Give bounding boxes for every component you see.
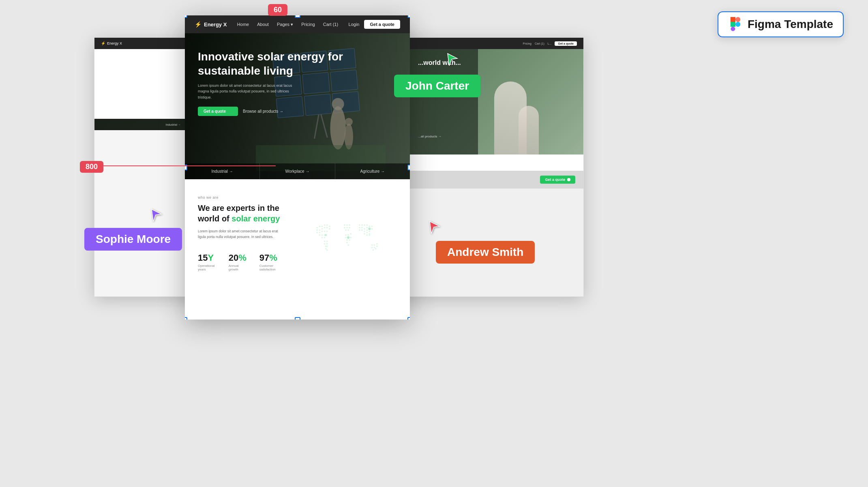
svg-point-49	[350, 233, 351, 235]
svg-point-62	[371, 225, 373, 227]
right-cta-button[interactable]: Get a quote	[555, 41, 577, 46]
svg-point-52	[350, 237, 351, 238]
svg-line-11	[321, 114, 328, 138]
svg-point-63	[359, 227, 360, 228]
svg-point-19	[321, 225, 323, 227]
svg-point-95	[347, 236, 349, 239]
svg-point-37	[321, 237, 323, 238]
svg-point-28	[329, 228, 330, 230]
main-hero: Innovative solar energy for sustainable …	[185, 33, 410, 179]
hero-tab-agriculture[interactable]: Agriculture →	[335, 163, 410, 179]
svg-point-47	[345, 234, 347, 236]
svg-point-59	[364, 224, 365, 226]
cursor-green-svg	[446, 53, 459, 67]
svg-point-90	[326, 243, 328, 245]
svg-point-86	[375, 248, 377, 250]
svg-point-96	[368, 227, 371, 230]
cursor-purple	[150, 208, 163, 225]
svg-point-55	[346, 242, 348, 243]
stat-satisfaction-suffix: %	[269, 253, 277, 263]
svg-point-48	[347, 234, 349, 236]
svg-point-65	[364, 228, 365, 230]
svg-point-75	[366, 232, 368, 234]
stats-row: 15Y Operational years 20% Annual growth …	[198, 253, 281, 271]
svg-point-15	[345, 118, 353, 126]
svg-point-53	[346, 239, 348, 241]
svg-point-70	[361, 230, 363, 231]
handle-br[interactable]	[407, 317, 410, 320]
sophie-moore-text: Sophie Moore	[96, 233, 171, 245]
svg-rect-106	[731, 27, 735, 31]
john-carter-label: John Carter	[394, 75, 480, 97]
svg-rect-105	[731, 22, 735, 26]
nav-cta-button[interactable]: Get a quote	[364, 20, 400, 29]
handle-bl[interactable]	[185, 317, 187, 320]
svg-line-10	[312, 114, 321, 139]
svg-marker-109	[152, 209, 161, 221]
svg-point-41	[349, 224, 350, 226]
svg-point-38	[324, 237, 326, 238]
nav-links: Home About Pages ▾ Pricing Cart (1)	[237, 22, 338, 27]
main-nav: ⚡ Energy X Home About Pages ▾ Pricing Ca…	[185, 15, 410, 33]
svg-point-61	[369, 225, 371, 227]
hero-cta-text: Get a quote	[204, 109, 226, 114]
cursor-red	[428, 221, 441, 237]
right-browse-link: ...all products →	[418, 135, 442, 138]
stat-years: 15Y Operational years	[198, 253, 216, 271]
nav-pages[interactable]: Pages ▾	[277, 22, 293, 27]
nav-pricing[interactable]: Pricing	[301, 22, 315, 27]
hero-tab-agriculture-label: Agriculture →	[360, 169, 385, 174]
handle-bm[interactable]	[295, 317, 300, 320]
nav-about[interactable]: About	[257, 22, 269, 27]
world-map-svg	[297, 195, 397, 285]
nav-login-link[interactable]: Login	[349, 22, 360, 27]
nav-logo-icon: ⚡	[195, 21, 201, 28]
back-logo-text: Energy X	[107, 41, 122, 45]
browse-link[interactable]: Browse all products →	[243, 109, 283, 114]
svg-point-97	[325, 234, 327, 236]
svg-point-42	[344, 227, 345, 228]
stat-satisfaction: 97% Customer satisfaction	[259, 253, 281, 271]
section-title-highlight: solar energy	[231, 214, 280, 223]
stat-satisfaction-label: Customer satisfaction	[259, 264, 281, 271]
hero-cta-button[interactable]: Get a quote	[198, 107, 238, 116]
figma-template-badge: Figma Template	[718, 11, 844, 37]
nav-actions: Login Get a quote	[349, 20, 400, 29]
stat-growth-num: 20%	[229, 253, 246, 263]
nav-home[interactable]: Home	[237, 22, 249, 27]
about-section: who we are We are experts in the world o…	[185, 179, 410, 302]
svg-point-78	[369, 234, 371, 236]
svg-point-50	[345, 237, 347, 238]
svg-point-72	[366, 230, 368, 231]
svg-point-107	[736, 22, 740, 27]
stat-growth-suffix: %	[238, 253, 246, 263]
nav-logo: ⚡ Energy X	[195, 21, 227, 28]
stat-growth-label: Annual growth	[229, 264, 246, 271]
svg-point-56	[347, 244, 349, 246]
svg-point-71	[364, 231, 365, 232]
svg-point-57	[359, 224, 360, 226]
svg-point-81	[376, 243, 378, 245]
svg-point-92	[326, 246, 328, 247]
nav-logo-text: Energy X	[204, 21, 227, 28]
svg-point-88	[326, 240, 328, 242]
right-bottom: Get a quote	[410, 171, 583, 189]
svg-point-85	[373, 249, 374, 251]
svg-point-80	[374, 244, 375, 246]
svg-point-43	[346, 227, 348, 228]
svg-point-60	[366, 224, 368, 226]
svg-point-68	[371, 228, 373, 230]
canvas: 60 800 ⚡ Energy X Home About L... Get a …	[0, 0, 868, 487]
svg-point-30	[319, 232, 321, 234]
svg-point-33	[326, 231, 328, 232]
svg-point-25	[321, 228, 323, 230]
figma-logo-svg	[728, 17, 743, 32]
right-get-quote-button[interactable]: Get a quote	[540, 176, 575, 184]
nav-cart[interactable]: Cart (1)	[323, 22, 338, 27]
toggle-indicator	[228, 109, 232, 114]
svg-point-87	[324, 240, 326, 242]
section-title: We are experts in the world of solar ene…	[198, 203, 281, 224]
svg-rect-103	[731, 17, 735, 22]
svg-point-23	[316, 230, 318, 231]
right-solar-image	[478, 49, 583, 154]
